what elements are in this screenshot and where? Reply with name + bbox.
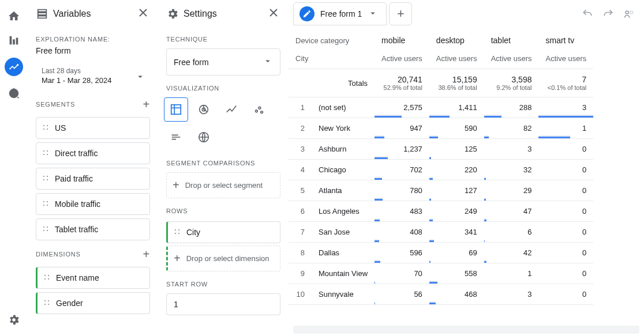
table-row[interactable]: 8Dallas59669420 — [289, 243, 593, 263]
settings-title: Settings — [166, 7, 217, 20]
table-row[interactable]: 7San Jose40834160 — [289, 222, 593, 243]
tab-free-form-1[interactable]: Free form 1 — [293, 2, 387, 25]
metric-label[interactable]: Active users — [429, 48, 484, 69]
metric-label[interactable]: Active users — [484, 48, 539, 69]
table-row[interactable]: 10Sunnyvale5646830 — [289, 284, 593, 305]
viz-geo-button[interactable] — [192, 125, 216, 149]
dimensions-section-label: DIMENSIONS + — [28, 240, 158, 263]
main-canvas: Free form 1 + Device category mobile des… — [289, 0, 644, 336]
metric-label[interactable]: Active users — [538, 48, 593, 69]
rows-label: ROWS — [158, 199, 289, 218]
viz-line-button[interactable] — [219, 97, 244, 122]
variables-panel: Variables EXPLORATION NAME: Free form La… — [28, 0, 158, 336]
table-row[interactable]: 2New York947590821 — [289, 118, 593, 139]
drag-handle-icon — [42, 175, 49, 183]
dimension-chip[interactable]: Event name — [36, 267, 150, 289]
svg-point-2 — [12, 92, 16, 95]
dimension-chip[interactable]: Gender — [36, 292, 150, 314]
undo-button[interactable] — [577, 8, 598, 20]
segment-chip[interactable]: Mobile traffic — [36, 193, 150, 215]
svg-rect-3 — [171, 105, 181, 115]
settings-gear-icon[interactable] — [7, 313, 21, 327]
chevron-down-icon — [135, 71, 145, 84]
metric-label[interactable]: Active users — [375, 48, 429, 69]
drag-handle-icon — [42, 149, 49, 157]
nav-advertising-icon[interactable] — [7, 86, 21, 100]
table-row[interactable]: 9Mountain View7055810 — [289, 263, 593, 284]
chevron-down-icon — [263, 56, 273, 68]
add-icon: + — [173, 179, 179, 192]
tab-label: Free form 1 — [320, 9, 362, 18]
add-dimension-button[interactable]: + — [143, 248, 150, 260]
drag-handle-icon — [42, 225, 49, 233]
col-header-mobile[interactable]: mobile — [375, 28, 429, 48]
pivot-label: Device category — [289, 28, 375, 48]
data-table: Device category mobile desktop tablet sm… — [289, 28, 593, 305]
share-button[interactable] — [619, 8, 639, 20]
table-row[interactable]: 4Chicago702220320 — [289, 160, 593, 180]
close-settings-icon[interactable] — [267, 6, 280, 22]
start-row-input[interactable]: 1 — [166, 293, 280, 315]
technique-select[interactable]: Free form — [166, 48, 280, 75]
date-range-picker[interactable]: Last 28 days Mar 1 - Mar 28, 2024 — [36, 63, 150, 88]
visualization-label: VISUALIZATION — [158, 77, 289, 95]
add-icon: + — [174, 252, 181, 265]
nav-rail — [0, 0, 28, 336]
svg-point-10 — [626, 11, 628, 14]
svg-point-11 — [630, 11, 633, 14]
col-header-smart-tv[interactable]: smart tv — [538, 28, 593, 48]
exploration-name-input[interactable]: Free form — [28, 46, 158, 59]
drag-handle-icon — [43, 299, 50, 307]
drag-handle-icon — [174, 228, 181, 236]
segment-chip[interactable]: US — [36, 117, 150, 139]
segments-section-label: SEGMENTS + — [28, 90, 158, 114]
variables-title: Variables — [36, 7, 91, 20]
viz-donut-button[interactable] — [192, 97, 216, 122]
nav-explore-icon[interactable] — [5, 58, 23, 76]
technique-label: TECHNIQUE — [158, 28, 289, 46]
drag-handle-icon — [43, 274, 50, 282]
close-variables-icon[interactable] — [136, 6, 150, 22]
segment-chip[interactable]: Paid traffic — [36, 168, 150, 190]
row-dropzone[interactable]: + Drop or select dimension — [166, 246, 280, 271]
row-chip-city[interactable]: City — [166, 221, 280, 243]
col-header-desktop[interactable]: desktop — [429, 28, 484, 48]
table-row[interactable]: 1(not set)2,5751,4112883 — [289, 97, 593, 118]
segment-chip[interactable]: Tablet traffic — [36, 218, 150, 240]
tabs-bar: Free form 1 + — [289, 0, 644, 28]
start-row-label: START ROW — [158, 273, 289, 291]
totals-row: Totals20,74152.9% of total15,15938.6% of… — [289, 69, 593, 97]
settings-panel: Settings TECHNIQUE Free form VISUALIZATI… — [158, 0, 289, 336]
svg-point-0 — [17, 64, 18, 66]
viz-table-button[interactable] — [164, 97, 188, 122]
redo-button[interactable] — [598, 8, 619, 20]
segment-comparisons-label: SEGMENT COMPARISONS — [158, 152, 289, 170]
exploration-name-label: EXPLORATION NAME: — [28, 28, 158, 46]
table-row[interactable]: 5Atlanta780127290 — [289, 180, 593, 201]
chevron-down-icon[interactable] — [368, 8, 378, 20]
table-row[interactable]: 6Los Angeles483249470 — [289, 201, 593, 222]
nav-reports-icon[interactable] — [7, 33, 21, 47]
nav-home-icon[interactable] — [7, 9, 21, 23]
svg-point-7 — [259, 107, 261, 109]
svg-point-6 — [256, 110, 258, 112]
visualization-buttons — [158, 95, 289, 152]
add-segment-button[interactable]: + — [143, 99, 150, 110]
viz-bar-button[interactable] — [164, 125, 188, 149]
add-tab-button[interactable]: + — [389, 2, 412, 25]
horizontal-scrollbar[interactable] — [293, 326, 639, 334]
viz-scatter-button[interactable] — [247, 97, 271, 122]
row-dim-label: City — [289, 48, 375, 69]
col-header-tablet[interactable]: tablet — [484, 28, 539, 48]
svg-point-8 — [261, 111, 263, 114]
edit-icon — [299, 6, 314, 21]
drag-handle-icon — [42, 200, 49, 208]
segment-dropzone[interactable]: + Drop or select segment — [166, 172, 280, 198]
segment-chip[interactable]: Direct traffic — [36, 142, 150, 164]
table-row[interactable]: 3Ashburn1,23712530 — [289, 139, 593, 160]
drag-handle-icon — [42, 124, 49, 132]
data-table-container[interactable]: Device category mobile desktop tablet sm… — [289, 28, 644, 326]
